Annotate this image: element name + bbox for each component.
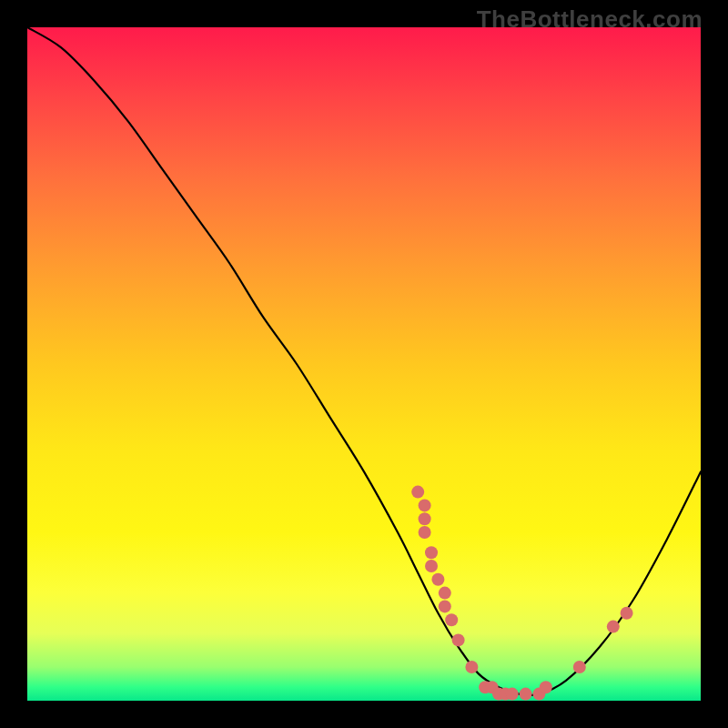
scatter-point <box>520 688 532 701</box>
scatter-point <box>425 546 438 559</box>
scatter-point <box>540 681 552 693</box>
scatter-point <box>419 512 431 525</box>
chart-container: TheBottleneck.com <box>0 0 728 728</box>
scatter-point <box>452 633 465 646</box>
bottleneck-curve <box>27 27 701 695</box>
scatter-point <box>506 688 519 701</box>
scatter-point <box>439 600 451 612</box>
scatter-point <box>573 661 586 673</box>
plot-area <box>27 27 701 701</box>
scatter-point <box>445 613 458 626</box>
scatter-point <box>607 621 620 633</box>
scatter-point <box>431 573 444 586</box>
scatter-point <box>411 486 424 499</box>
scatter-point <box>419 526 431 539</box>
scatter-point <box>621 607 633 620</box>
scatter-layer <box>411 486 632 701</box>
scatter-point <box>465 661 478 673</box>
scatter-point <box>425 560 438 572</box>
chart-svg <box>27 27 701 701</box>
scatter-point <box>419 499 431 511</box>
scatter-point <box>439 587 451 600</box>
curve-layer <box>27 27 701 695</box>
